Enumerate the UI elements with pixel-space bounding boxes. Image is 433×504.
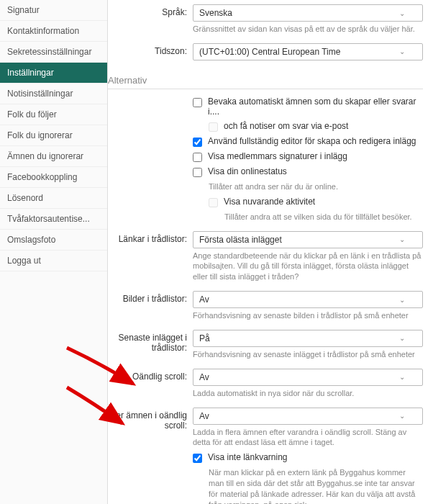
show-activity-label: Visa nuvarande aktivitet [224,197,315,207]
infinite-scroll-value: Av [199,372,209,382]
sidebar-item-following[interactable]: Folk du följer [0,104,107,125]
online-status-hint: Tillåter att andra ser när du är online. [209,181,423,192]
chevron-down-icon: ⌄ [399,9,405,17]
section-alternatives: Alternativ [108,71,423,89]
checkbox-signatures[interactable]: Visa medlemmars signaturer i inlägg [193,151,423,162]
email-notif-checkbox[interactable] [209,122,218,132]
checkbox-full-editor[interactable]: Använd fullständig editor för skapa och … [193,136,423,147]
chevron-down-icon: ⌄ [399,334,405,342]
full-editor-label: Använd fullständig editor för skapa och … [208,136,416,146]
chevron-down-icon: ⌄ [399,296,405,304]
signatures-label: Visa medlemmars signaturer i inlägg [208,151,347,161]
sidebar-item-signature[interactable]: Signatur [0,0,107,21]
links-thread-hint: Ange standardbeteende när du klickar på … [193,251,423,283]
watch-auto-label: Bevaka automatiskt ämnen som du skapar e… [208,96,423,117]
sidebar-item-notifications[interactable]: Notisinställningar [0,84,107,104]
email-notif-label: och få notiser om svar via e-post [224,121,348,131]
chevron-down-icon: ⌄ [399,412,405,420]
more-topics-select[interactable]: Av ⌄ [193,408,423,425]
full-editor-checkbox[interactable] [193,138,202,147]
images-thread-hint: Förhandsvisning av senaste bilden i tråd… [193,310,423,321]
online-status-label: Visa din onlinestatus [208,166,287,176]
annotation-arrow-2 [61,382,129,432]
images-thread-value: Av [199,294,209,305]
checkbox-hide-link-warning[interactable]: Visa inte länkvarning [193,452,423,463]
timezone-label: Tidszon: [108,43,193,60]
settings-main: Språk: Svenska ⌄ Gränssnittet av sidan k… [108,0,433,504]
field-infinite-scroll: Oändlig scroll: Av ⌄ Ladda automatiskt i… [108,364,423,399]
latest-post-select[interactable]: På ⌄ [193,330,423,347]
sidebar-item-password[interactable]: Lösenord [0,188,107,209]
sidebar-item-ignoring-people[interactable]: Folk du ignorerar [0,125,107,146]
field-latest-post: Senaste inlägget i trådlistor: På ⌄ Förh… [108,325,423,360]
links-thread-label: Länkar i trådlistor: [108,231,193,283]
show-activity-checkbox[interactable] [209,198,218,207]
field-more-topics: Fler ämnen i oändlig scroll: Av ⌄ Ladda … [108,403,423,449]
sidebar-item-contact[interactable]: Kontaktinformation [0,21,107,42]
language-value: Svenska [199,8,232,18]
latest-post-value: På [199,333,210,343]
more-topics-hint: Ladda in flera ämnen efter varandra i oä… [193,427,423,449]
hide-link-warning-label: Visa inte länkvarning [208,452,288,462]
hide-link-warning-hint: När man klickar på en extern länk på Byg… [209,467,423,504]
infinite-scroll-select[interactable]: Av ⌄ [193,369,423,386]
links-thread-select[interactable]: Första olästa inlägget ⌄ [193,231,423,248]
infinite-scroll-hint: Ladda automatiskt in nya sidor när du sc… [193,388,423,399]
language-label: Språk: [108,4,193,35]
field-links-thread: Länkar i trådlistor: Första olästa inläg… [108,227,423,283]
online-status-checkbox[interactable] [193,168,202,177]
checkbox-online-status[interactable]: Visa din onlinestatus [193,166,423,177]
sidebar-item-logout[interactable]: Logga ut [0,251,107,271]
chevron-down-icon: ⌄ [399,373,405,381]
sidebar-item-settings[interactable]: Inställningar [0,63,107,84]
sidebar-item-facebook[interactable]: Facebookkoppling [0,167,107,188]
field-language: Språk: Svenska ⌄ Gränssnittet av sidan k… [108,0,423,35]
field-images-thread: Bilder i trådlistor: Av ⌄ Förhandsvisnin… [108,287,423,321]
field-timezone: Tidszon: (UTC+01:00) Central European Ti… [108,39,423,60]
links-thread-value: Första olästa inlägget [199,235,282,245]
sidebar-item-privacy[interactable]: Sekretessinställningar [0,42,107,63]
language-hint: Gränssnittet av sidan kan visas på ett a… [193,24,423,35]
chevron-down-icon: ⌄ [399,48,405,55]
watch-auto-checkbox[interactable] [193,98,202,107]
hide-link-warning-checkbox[interactable] [193,454,202,463]
images-thread-select[interactable]: Av ⌄ [193,291,423,308]
checkbox-email-notif[interactable]: och få notiser om svar via e-post [209,121,423,132]
timezone-select[interactable]: (UTC+01:00) Central European Time ⌄ [193,43,423,60]
checkbox-show-activity[interactable]: Visa nuvarande aktivitet [209,197,423,207]
checkbox-watch-auto[interactable]: Bevaka automatiskt ämnen som du skapar e… [193,96,423,117]
sidebar-item-2fa[interactable]: Tvåfaktorsautentise... [0,209,107,230]
more-topics-value: Av [199,411,209,421]
sidebar-item-ignoring-topics[interactable]: Ämnen du ignorerar [0,146,107,167]
show-activity-hint: Tillåter andra att se vilken sida du för… [224,212,423,222]
sidebar-item-cover-photo[interactable]: Omslagsfoto [0,230,107,251]
latest-post-hint: Förhandsvisning av senaste inlägget i tr… [193,349,423,360]
language-select[interactable]: Svenska ⌄ [193,4,423,22]
timezone-value: (UTC+01:00) Central European Time [199,47,340,57]
images-thread-label: Bilder i trådlistor: [108,291,193,321]
signatures-checkbox[interactable] [193,153,202,162]
chevron-down-icon: ⌄ [399,235,405,243]
